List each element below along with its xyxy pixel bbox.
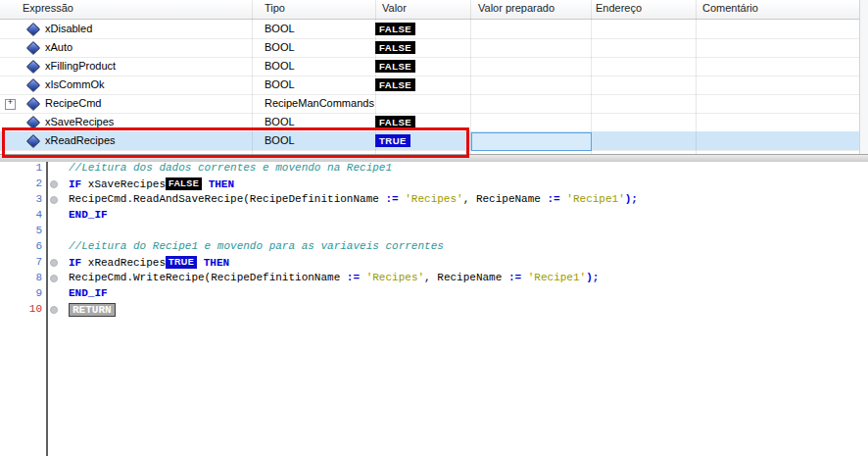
variable-type: BOOL [265,41,295,53]
variable-type: BOOL [265,78,295,90]
code-line-3: 3RecipeCmd.ReadAndSaveRecipe(RecipeDefin… [0,192,868,208]
expand-toggle-icon[interactable]: + [5,99,16,110]
value-badge[interactable]: FALSE [375,78,415,91]
code-segment: END_IF [69,287,108,299]
variable-name: xFillingProduct [45,60,116,72]
breakpoint-bullet-icon[interactable] [50,196,58,204]
code-editor[interactable]: 1//Leitura dos dados correntes e movendo… [0,161,868,456]
breakpoint-bullet-icon[interactable] [50,306,58,314]
variable-icon [26,23,40,36]
value-badge[interactable]: FALSE [375,23,415,35]
breakpoint-bullet-icon[interactable] [50,275,58,282]
breakpoint-bullet-icon[interactable] [50,180,58,188]
inline-value-badge[interactable]: TRUE [166,256,197,269]
code-line-10: 10RETURN [0,302,868,318]
table-row-xSaveRecipes[interactable]: xSaveRecipesBOOLFALSE [0,113,859,132]
line-number: 2 [0,177,42,189]
code-segment: ); [586,272,599,283]
return-marker: RETURN [69,303,116,317]
table-row-xReadRecipes[interactable]: xReadRecipesBOOLTRUE [0,131,859,151]
code-text[interactable]: END_IF [69,287,108,299]
column-header-valor-preparado[interactable]: Valor preparado [478,2,555,14]
table-row-RecipeCmd[interactable]: +RecipeCmdRecipeManCommands [0,94,859,114]
table-row-xDisabled[interactable]: xDisabledBOOLFALSE [0,20,859,39]
variable-name: xSaveRecipes [45,116,114,127]
value-badge[interactable]: FALSE [375,60,415,73]
value-badge[interactable]: TRUE [375,134,410,147]
variable-icon [26,97,40,111]
code-text[interactable]: RecipeCmd.ReadAndSaveRecipe(RecipeDefini… [69,193,638,205]
table-row-xFillingProduct[interactable]: xFillingProductBOOLFALSE [0,57,859,76]
code-segment: xReadRecipes [81,257,166,269]
code-lines: 1//Leitura dos dados correntes e movendo… [0,161,868,318]
code-segment: 'Recipes' [366,272,424,283]
variable-icon [26,134,40,148]
code-line-4: 4END_IF [0,208,868,224]
code-line-2: 2IF xSaveRecipesFALSE THEN [0,177,868,192]
code-segment: := [548,193,567,205]
splitter-bar[interactable] [0,154,868,162]
code-text[interactable]: RecipeCmd.WriteRecipe(RecipeDefinitionNa… [69,272,599,283]
code-text[interactable]: //Leitura dos dados correntes e movendo … [69,162,392,174]
line-number: 8 [0,272,42,283]
line-number: 4 [0,209,42,221]
column-header-valor[interactable]: Valor [382,2,407,14]
column-divider[interactable] [591,0,592,154]
code-segment: := [347,272,366,283]
column-header-expressão[interactable]: Expressão [23,2,73,14]
code-segment: xSaveRecipes [81,178,166,190]
variable-type: BOOL [265,134,295,146]
value-badge[interactable]: FALSE [375,41,415,54]
code-text[interactable]: //Leitura do Recipe1 e movendo para as v… [69,240,444,252]
code-line-7: 7IF xReadRecipesTRUE THEN [0,255,868,271]
variable-icon [26,78,40,92]
code-text[interactable]: IF xReadRecipesTRUE THEN [69,256,229,269]
code-segment [197,257,204,269]
code-line-8: 8RecipeCmd.WriteRecipe(RecipeDefinitionN… [0,271,868,286]
line-number: 6 [0,240,42,252]
code-text[interactable]: IF xSaveRecipesFALSE THEN [69,177,234,190]
variable-name: xAuto [45,41,72,53]
code-segment: RecipeCmd.ReadAndSaveRecipe(RecipeDefini… [69,193,385,205]
line-number: 7 [0,256,42,268]
prepared-value-cell[interactable] [471,132,592,151]
column-divider[interactable] [470,0,471,154]
code-segment: RecipeCmd.WriteRecipe(RecipeDefinitionNa… [69,272,347,283]
variable-type: RecipeManCommands [265,97,374,109]
variable-icon [26,116,40,129]
value-badge[interactable]: FALSE [375,116,415,128]
code-segment: := [508,272,528,283]
variable-name: xDisabled [45,23,92,34]
code-line-9: 9END_IF [0,286,868,302]
variable-icon [26,41,40,55]
column-divider[interactable] [252,0,253,154]
breakpoint-bullet-icon[interactable] [50,259,58,267]
code-text[interactable]: RETURN [69,303,116,317]
line-number: 3 [0,193,42,205]
code-segment: THEN [204,257,229,269]
table-row-xAuto[interactable]: xAutoBOOLFALSE [0,38,859,58]
variable-icon [26,60,40,74]
inline-value-badge[interactable]: FALSE [166,177,202,190]
table-right-strip [860,0,868,154]
column-divider[interactable] [696,0,697,154]
code-segment: END_IF [69,209,108,221]
column-header-comentário[interactable]: Comentário [702,2,758,14]
variable-name: xIsCommOk [45,78,105,90]
column-header-tipo[interactable]: Tipo [265,2,285,14]
column-header-endereço[interactable]: Endereço [596,2,642,14]
code-segment: , RecipeName [424,272,508,283]
table-right-edge [859,0,860,154]
table-row-xIsCommOk[interactable]: xIsCommOkBOOLFALSE [0,76,859,95]
variable-type: BOOL [265,23,295,34]
variable-name: RecipeCmd [45,97,101,109]
line-number: 9 [0,287,42,299]
code-segment: := [385,193,405,205]
code-segment: IF [69,178,81,190]
line-number: 10 [0,303,42,315]
code-line-6: 6//Leitura do Recipe1 e movendo para as … [0,239,868,255]
code-segment: THEN [209,178,234,190]
column-divider[interactable] [375,0,376,154]
code-text[interactable]: END_IF [69,209,108,221]
code-segment: IF [69,257,81,269]
